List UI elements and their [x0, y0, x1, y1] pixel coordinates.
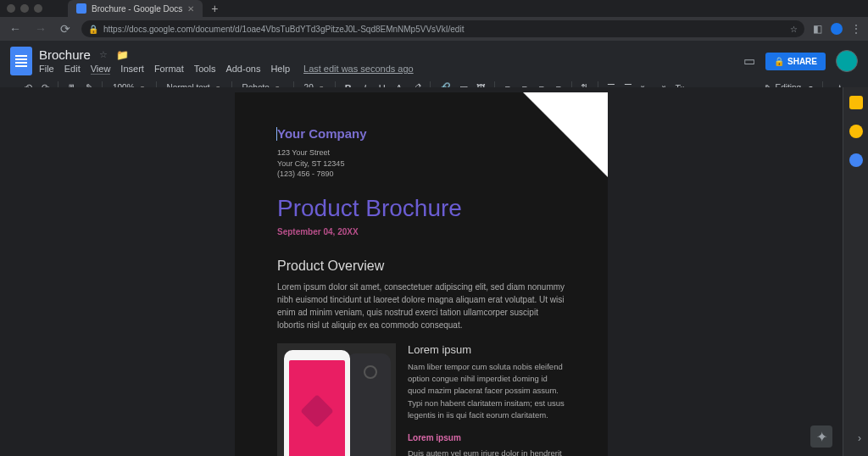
product-image[interactable] [277, 343, 396, 456]
tab-title: Brochure - Google Docs [92, 4, 182, 14]
corner-decoration [498, 92, 608, 203]
move-folder-icon[interactable]: 📁 [116, 49, 129, 61]
account-avatar[interactable] [836, 50, 858, 72]
browser-tab[interactable]: Brochure - Google Docs ✕ [68, 0, 203, 17]
pink-label[interactable]: Lorem ipsum [408, 433, 565, 442]
menu-format[interactable]: Format [154, 64, 184, 75]
calendar-icon[interactable] [849, 96, 863, 109]
last-edit-link[interactable]: Last edit was seconds ago [303, 64, 414, 75]
menu-edit[interactable]: Edit [64, 64, 81, 75]
star-icon[interactable]: ☆ [790, 25, 798, 34]
forward-button[interactable]: → [32, 22, 49, 36]
menu-tools[interactable]: Tools [194, 64, 216, 75]
sub-paragraph[interactable]: Duis autem vel eum iriure dolor in hendr… [408, 448, 565, 456]
hide-panel-button[interactable]: › [858, 432, 861, 444]
reload-button[interactable]: ⟳ [58, 22, 73, 36]
extension-badge-icon[interactable] [831, 23, 843, 35]
comments-icon[interactable]: ▭ [743, 53, 755, 69]
page[interactable]: Your Company 123 Your Street Your City, … [235, 92, 608, 456]
menu-view[interactable]: View [91, 64, 111, 75]
browser-menu-icon[interactable]: ⋮ [851, 23, 861, 35]
document-title[interactable]: Brochure [39, 47, 91, 62]
text-cursor [276, 127, 277, 141]
brochure-date[interactable]: September 04, 20XX [277, 227, 565, 236]
tasks-icon[interactable] [849, 153, 863, 167]
star-document-icon[interactable]: ☆ [99, 49, 108, 60]
address-bar[interactable]: 🔒 https://docs.google.com/document/d/1oa… [81, 20, 804, 37]
lock-icon: 🔒 [774, 57, 784, 66]
close-tab-icon[interactable]: ✕ [187, 4, 194, 14]
explore-button[interactable]: ✦ [810, 425, 832, 448]
minimize-window[interactable] [20, 4, 29, 13]
menu-addons[interactable]: Add-ons [225, 64, 260, 75]
body-paragraph[interactable]: Lorem ipsum dolor sit amet, consectetuer… [277, 281, 565, 331]
side-panel [843, 87, 868, 456]
maximize-window[interactable] [34, 4, 42, 13]
close-window[interactable] [7, 4, 15, 13]
document-canvas[interactable]: Your Company 123 Your Street Your City, … [0, 87, 843, 456]
sub-paragraph[interactable]: Nam liber tempor cum soluta nobis eleife… [408, 361, 565, 421]
google-docs-logo[interactable] [10, 47, 32, 75]
sub-heading[interactable]: Lorem ipsum [408, 343, 565, 356]
extension-icon[interactable]: ◧ [813, 23, 822, 35]
share-button[interactable]: 🔒 SHARE [765, 53, 826, 70]
company-name[interactable]: Your Company [277, 126, 565, 141]
menu-insert[interactable]: Insert [120, 64, 144, 75]
docs-favicon [76, 3, 86, 14]
menu-file[interactable]: File [39, 64, 54, 75]
menu-help[interactable]: Help [270, 64, 290, 75]
url-text: https://docs.google.com/document/d/1oae4… [103, 25, 464, 34]
lock-icon: 🔒 [88, 25, 98, 34]
menu-bar: File Edit View Insert Format Tools Add-o… [39, 64, 414, 75]
keep-icon[interactable] [849, 125, 863, 138]
back-button[interactable]: ← [7, 22, 24, 36]
section-title[interactable]: Product Overview [277, 259, 565, 274]
window-controls[interactable] [0, 4, 42, 13]
new-tab-button[interactable]: + [211, 2, 218, 15]
